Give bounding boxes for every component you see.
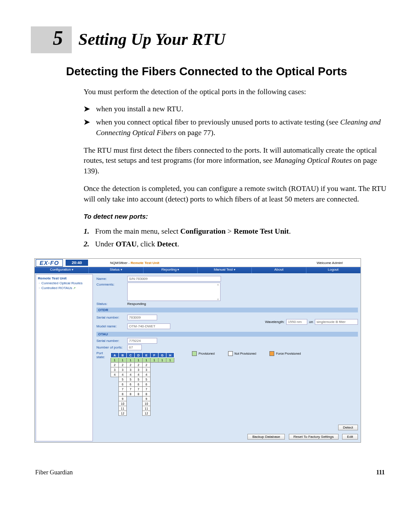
port-cell[interactable]: 5 [127, 377, 135, 382]
port-cell[interactable]: 7 [135, 387, 143, 392]
otdr-header: OTDR [96, 308, 358, 312]
port-cell[interactable]: 4 [135, 372, 143, 377]
port-cell[interactable]: 1 [119, 358, 127, 363]
port-cell[interactable]: 11 [119, 406, 127, 411]
port-cell[interactable]: 4 [111, 372, 119, 377]
comments-field[interactable]: ∧∨ [127, 283, 221, 301]
wavelength-field[interactable]: 1550 nm [286, 319, 307, 325]
procedure-heading: To detect new ports: [84, 212, 389, 221]
port-cell[interactable]: 3 [111, 367, 119, 372]
port-cell[interactable]: 10 [143, 401, 151, 406]
on-label: on [309, 320, 313, 324]
port-cell[interactable]: 9 [119, 396, 127, 401]
status-value: Responding [127, 302, 146, 306]
app-clock: 20:40 [66, 260, 88, 266]
step-item: 2. Under OTAU, click Detect. [84, 239, 389, 249]
sidebar-item-rotaus[interactable]: Controlled ROTAUs [38, 286, 91, 290]
swatch-force-provisioned-icon [269, 351, 274, 356]
port-cell[interactable]: 1 [151, 358, 158, 363]
step-list: 1. From the main menu, select Configurat… [84, 226, 389, 250]
port-cell[interactable]: 3 [119, 367, 127, 372]
port-cell[interactable]: 2 [111, 363, 119, 367]
port-state-table: ABCDEFGH11111111222223333344444555566667… [111, 352, 174, 416]
name-field[interactable]: S/N:783009 [127, 276, 221, 282]
port-cell[interactable]: 1 [135, 358, 143, 363]
scrollbar-icon[interactable]: ∧∨ [216, 283, 220, 301]
sidebar: Remote Test Unit Connected Optical Route… [36, 274, 93, 441]
port-cell[interactable]: 4 [143, 372, 151, 377]
detect-button[interactable]: Detect [338, 425, 358, 430]
chapter-number: 5 [31, 26, 72, 53]
port-cell[interactable]: 11 [143, 406, 151, 411]
port-state-label: Port state: [96, 351, 111, 359]
port-cell[interactable]: 8 [119, 392, 127, 396]
otdr-model-field[interactable]: OTM-740-DWET [127, 323, 170, 329]
port-cell[interactable]: 3 [127, 367, 135, 372]
port-cell[interactable]: 6 [143, 382, 151, 387]
legend: Provisioned Not Provisioned Force Provis… [192, 351, 301, 356]
port-cell[interactable]: 7 [143, 387, 151, 392]
menu-about[interactable]: About [252, 267, 306, 273]
port-cell[interactable]: 10 [119, 401, 127, 406]
port-cell[interactable]: 5 [119, 377, 127, 382]
port-cell[interactable]: 1 [166, 358, 174, 363]
port-cell[interactable]: 1 [111, 358, 119, 363]
bullet-item: ➤ when you install a new RTU. [84, 104, 389, 114]
app-main: Name: S/N:783009 Comments: ∧∨ Status: Re… [94, 273, 361, 442]
arrow-icon: ➤ [84, 104, 92, 114]
menu-logout[interactable]: Logout [306, 267, 361, 273]
menu-reporting[interactable]: Reporting [144, 267, 198, 273]
port-cell[interactable]: 8 [143, 392, 151, 396]
port-cell[interactable]: 2 [127, 363, 135, 367]
intro-paragraph: You must perform the detection of the op… [84, 87, 389, 97]
port-cell[interactable]: 2 [119, 363, 127, 367]
edit-button[interactable]: Edit [342, 434, 358, 440]
port-cell[interactable]: 1 [158, 358, 166, 363]
app-menubar: Configuration Status Reporting Manual Te… [35, 267, 361, 273]
step-text: From the main menu, select Configuration… [95, 226, 291, 237]
otau-serial-field[interactable]: 775224 [127, 338, 157, 344]
port-cell[interactable]: 3 [135, 367, 143, 372]
chapter-header: 5 Setting Up Your RTU [31, 26, 389, 53]
status-label: Status: [96, 302, 127, 306]
port-cell[interactable]: 8 [135, 392, 143, 396]
port-cell[interactable]: 6 [135, 382, 143, 387]
welcome-text: Welcome Admin! [317, 261, 361, 265]
port-cell[interactable]: 12 [143, 411, 151, 416]
otdr-serial-field[interactable]: 783009 [127, 315, 157, 320]
port-cell[interactable]: 8 [127, 392, 135, 396]
sidebar-item-routes[interactable]: Connected Optical Routes [38, 281, 91, 286]
reset-button[interactable]: Reset To Factory Settings [289, 434, 339, 440]
port-cell[interactable]: 6 [127, 382, 135, 387]
arrow-icon: ➤ [84, 117, 92, 138]
backup-button[interactable]: Backup Database [247, 434, 285, 440]
section-title: Detecting the Fibers Connected to the Op… [66, 64, 389, 79]
port-cell[interactable]: 4 [119, 372, 127, 377]
port-cell[interactable]: 4 [127, 372, 135, 377]
otau-header: OTAU [96, 332, 358, 337]
mode-field[interactable]: singlemode B filter [315, 319, 358, 325]
otdr-model-label: Model name: [96, 324, 127, 328]
wavelength-label: Wavelength: [265, 320, 284, 324]
port-cell[interactable]: 12 [119, 411, 127, 416]
menu-status[interactable]: Status [89, 267, 143, 273]
port-cell[interactable]: 6 [119, 382, 127, 387]
menu-manual-test[interactable]: Manual Test [198, 267, 252, 273]
port-cell[interactable]: 1 [127, 358, 135, 363]
port-cell[interactable]: 3 [143, 367, 151, 372]
port-cell[interactable]: 2 [143, 363, 151, 367]
sidebar-item-rtu[interactable]: Remote Test Unit [38, 276, 91, 281]
menu-configuration[interactable]: Configuration [35, 267, 89, 273]
port-cell[interactable]: 2 [135, 363, 143, 367]
port-cell[interactable]: 1 [143, 358, 151, 363]
port-cell[interactable]: 9 [143, 396, 151, 401]
swatch-provisioned-icon [192, 351, 197, 356]
port-cell[interactable]: 5 [135, 377, 143, 382]
footer-buttons: Backup Database Reset To Factory Setting… [96, 434, 358, 440]
port-cell[interactable]: 7 [119, 387, 127, 392]
port-cell[interactable]: 5 [143, 377, 151, 382]
otau-serial-label: Serial number: [96, 339, 127, 343]
otau-ports-field[interactable]: 67 [127, 345, 142, 350]
port-cell[interactable]: 7 [127, 387, 135, 392]
bullet-item: ➤ when you connect optical fiber to prev… [84, 117, 389, 138]
